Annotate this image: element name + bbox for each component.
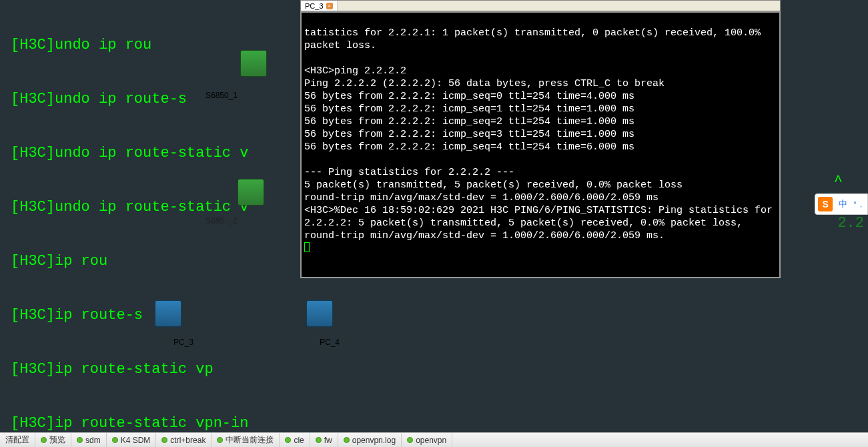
status-label: openvpn xyxy=(416,436,446,445)
ime-language-indicator[interactable]: 中 xyxy=(839,198,847,210)
close-icon[interactable]: × xyxy=(326,3,333,9)
status-label: openvpn.log xyxy=(352,436,396,445)
popup-terminal[interactable]: tatistics for 2.2.2.1: 1 packet(s) trans… xyxy=(300,11,781,278)
status-dot-icon xyxy=(112,437,118,443)
status-label: sdm xyxy=(85,436,101,445)
ime-toolbar[interactable]: S 中 °， xyxy=(815,193,868,215)
popup-line: 56 bytes from 2.2.2.2: icmp_seq=4 ttl=25… xyxy=(304,141,634,153)
tab-label: PC_3 xyxy=(305,2,324,10)
sogou-logo-icon[interactable]: S xyxy=(818,197,833,211)
status-item-preview[interactable]: 预览 xyxy=(35,433,71,447)
popup-cursor xyxy=(304,242,310,252)
popup-line: 56 bytes from 2.2.2.2: icmp_seq=1 ttl=25… xyxy=(304,103,634,115)
partial-ip-text: 2.2 xyxy=(837,215,864,232)
popup-line: 56 bytes from 2.2.2.2: icmp_seq=2 ttl=25… xyxy=(304,116,634,127)
status-item-ctrlbreak[interactable]: ctrl+break xyxy=(156,433,211,447)
status-label: fw xyxy=(324,436,332,445)
status-label: 清配置 xyxy=(5,434,29,446)
status-dot-icon xyxy=(285,437,291,443)
status-label: 中断当前连接 xyxy=(226,434,274,446)
terminal-line: [H3C]ip route-static vp xyxy=(11,360,868,378)
terminal-line: [H3C]ip route-static vpn-in xyxy=(11,414,868,432)
status-dot-icon xyxy=(161,437,167,443)
status-dot-icon xyxy=(407,437,413,443)
status-dot-icon xyxy=(217,437,223,443)
status-item-openvpn[interactable]: openvpn xyxy=(402,433,452,447)
status-label: ctrl+break xyxy=(170,436,205,445)
status-label: K4 SDM xyxy=(121,436,151,445)
status-item-clear-config[interactable]: 清配置 xyxy=(0,433,35,447)
caret-indicator: ^ xyxy=(834,173,843,190)
status-dot-icon xyxy=(344,437,350,443)
popup-line: tatistics for 2.2.2.1: 1 packet(s) trans… xyxy=(304,27,767,51)
status-label: cle xyxy=(294,436,304,445)
status-bar: 清配置 预览 sdm K4 SDM ctrl+break 中断当前连接 cle … xyxy=(0,432,868,447)
status-item-fw[interactable]: fw xyxy=(310,433,338,447)
popup-line: Ping 2.2.2.2 (2.2.2.2): 56 data bytes, p… xyxy=(304,78,665,89)
status-dot-icon xyxy=(316,437,322,443)
status-label: 预览 xyxy=(49,434,65,446)
popup-line: --- Ping statistics for 2.2.2.2 --- xyxy=(304,167,514,178)
popup-line: round-trip min/avg/max/std-dev = 1.000/2… xyxy=(304,192,659,203)
status-dot-icon xyxy=(77,437,83,443)
status-item-k4sdm[interactable]: K4 SDM xyxy=(107,433,157,447)
status-dot-icon xyxy=(41,437,47,443)
popup-line: 56 bytes from 2.2.2.2: icmp_seq=3 ttl=25… xyxy=(304,129,634,140)
status-item-openvpnlog[interactable]: openvpn.log xyxy=(338,433,402,447)
terminal-line: [H3C]ip route-s xyxy=(11,306,868,324)
popup-line: 5 packet(s) transmitted, 5 packet(s) rec… xyxy=(304,179,683,191)
tab-bar: PC_3 × xyxy=(300,0,781,11)
ime-punctuation-indicator[interactable]: °， xyxy=(853,199,865,209)
popup-line: <H3C>ping 2.2.2.2 xyxy=(304,65,406,77)
tab-pc3[interactable]: PC_3 × xyxy=(301,1,338,11)
status-item-sdm[interactable]: sdm xyxy=(71,433,107,447)
popup-line: <H3C>%Dec 16 18:59:02:629 2021 H3C PING/… xyxy=(304,205,779,242)
status-item-interrupt[interactable]: 中断当前连接 xyxy=(211,433,280,447)
popup-line: 56 bytes from 2.2.2.2: icmp_seq=0 ttl=25… xyxy=(304,91,634,102)
status-item-cle[interactable]: cle xyxy=(280,433,310,447)
